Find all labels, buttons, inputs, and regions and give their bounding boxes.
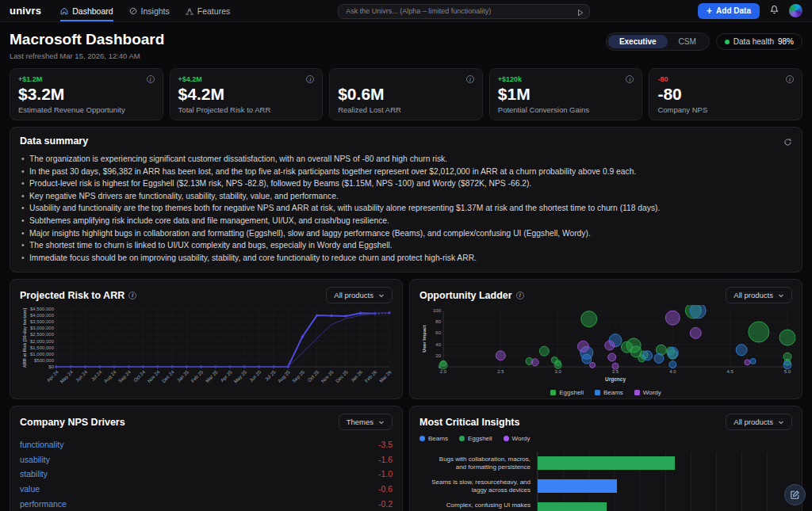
svg-text:Feb 25: Feb 25 (190, 369, 205, 383)
products-filter-dropdown[interactable]: All products (726, 287, 792, 303)
legend-dot-icon (459, 436, 465, 441)
projected-risk-title: Projected Risk to ARR (20, 290, 124, 301)
svg-text:Apr 25: Apr 25 (220, 369, 233, 383)
legend-label: Wordy (643, 389, 661, 396)
add-data-button[interactable]: Add Data (698, 3, 760, 19)
svg-text:4.0: 4.0 (669, 369, 676, 374)
legend-item-eggshell[interactable]: Eggshell (550, 389, 584, 396)
driver-label[interactable]: performance (20, 499, 67, 509)
nav-search-area (236, 2, 691, 19)
insight-bar-track (537, 452, 792, 475)
info-icon[interactable] (306, 75, 314, 83)
driver-label[interactable]: functionality (20, 440, 63, 449)
info-icon[interactable] (786, 75, 794, 83)
products-filter-dropdown[interactable]: All products (326, 287, 393, 303)
kpi-value: $0.6M (338, 85, 474, 103)
insight-bar[interactable] (538, 456, 675, 470)
kpi-card: $0.6MRealized Lost ARR (329, 68, 483, 120)
svg-text:Nov 24: Nov 24 (147, 369, 161, 383)
driver-row[interactable]: performance-0.2 (20, 497, 393, 511)
legend-item-eggshell[interactable]: Eggshell (459, 435, 492, 442)
search-submit-icon[interactable] (577, 6, 584, 20)
search-input[interactable] (338, 4, 590, 19)
svg-text:2.0: 2.0 (440, 369, 447, 374)
avatar[interactable] (789, 4, 802, 17)
insight-bar-track (537, 475, 792, 498)
legend-label: Eggshell (559, 389, 584, 396)
chevron-down-icon (778, 292, 784, 299)
driver-label[interactable]: usability (20, 455, 50, 464)
summary-bullet: Immediate focus should be on improving u… (20, 252, 792, 265)
view-toggle-executive[interactable]: Executive (608, 35, 668, 48)
driver-row[interactable]: value-0.6 (20, 482, 393, 497)
driver-row[interactable]: usability-1.6 (20, 452, 393, 467)
kpi-label: Estimated Revenue Opportunity (18, 105, 155, 114)
view-toggle-csm[interactable]: CSM (668, 35, 707, 48)
bell-icon[interactable] (769, 4, 779, 18)
info-icon[interactable] (128, 292, 136, 299)
insight-label: Complex, confusing UI makesadvanced feat… (419, 501, 537, 511)
svg-text:User Impact: User Impact (422, 326, 427, 353)
insight-bar-row: Complex, confusing UI makesadvanced feat… (419, 498, 792, 511)
svg-text:$0: $0 (48, 364, 54, 369)
refresh-icon[interactable] (783, 135, 792, 150)
svg-text:Jun 24: Jun 24 (75, 369, 88, 383)
svg-text:3.0: 3.0 (554, 369, 561, 374)
insight-bar-row: Bugs with collaboration, macros,and form… (419, 452, 792, 475)
nav-tab-dashboard[interactable]: Dashboard (60, 0, 113, 21)
critical-insights-title: Most Critical Insights (419, 417, 519, 428)
kpi-card: +$4.2M$4.2MTotal Projected Risk to ARR (170, 68, 324, 120)
legend-item-wordy[interactable]: Wordy (504, 435, 530, 442)
driver-row[interactable]: functionality-3.5 (20, 437, 393, 452)
health-dot-icon (725, 40, 730, 44)
driver-label[interactable]: value (20, 484, 40, 494)
nav-tab-label: Features (197, 6, 230, 16)
legend-dot-icon (419, 436, 425, 441)
svg-text:5.0: 5.0 (784, 369, 791, 374)
info-icon[interactable] (466, 75, 474, 83)
legend-swatch-icon (550, 390, 556, 395)
legend-item-beams[interactable]: Beams (419, 435, 448, 442)
nav-tab-insights[interactable]: Insights (129, 0, 170, 21)
edit-fab-button[interactable] (784, 484, 806, 505)
svg-text:3.5: 3.5 (612, 369, 619, 374)
insights-legend: BeamsEggshellWordy (419, 435, 792, 442)
svg-text:$1,000,000: $1,000,000 (30, 352, 55, 357)
driver-value: -3.5 (378, 440, 393, 449)
ladder-legend: EggshellBeamsWordy (419, 389, 792, 396)
legend-item-wordy[interactable]: Wordy (634, 389, 661, 396)
insight-bar[interactable] (538, 479, 617, 493)
summary-bullet: In the past 30 days, $96,382 in ARR has … (20, 166, 792, 178)
insights-bar-rows: Bugs with collaboration, macros,and form… (419, 452, 792, 511)
nps-driver-rows: functionality-3.5usability-1.6stability-… (20, 437, 393, 511)
svg-text:20: 20 (435, 353, 441, 358)
kpi-delta: +$4.2M (178, 75, 202, 83)
chevron-down-icon (778, 419, 784, 425)
kpi-value: -80 (657, 85, 794, 103)
info-icon[interactable] (147, 75, 155, 83)
svg-text:100: 100 (433, 308, 442, 313)
info-icon[interactable] (626, 75, 634, 83)
themes-filter-dropdown[interactable]: Themes (339, 414, 393, 430)
info-icon[interactable] (516, 292, 524, 299)
driver-row[interactable]: stability-1.0 (20, 467, 393, 482)
svg-text:$3,000,000: $3,000,000 (30, 326, 55, 331)
svg-text:Oct 24: Oct 24 (133, 369, 147, 383)
opportunity-ladder-title: Opportunity Ladder (419, 290, 512, 301)
svg-text:60: 60 (435, 331, 441, 336)
driver-value: -1.0 (378, 469, 393, 479)
nav-tab-features[interactable]: Features (186, 0, 230, 21)
legend-item-beams[interactable]: Beams (595, 389, 623, 396)
opportunity-ladder-card: Opportunity Ladder All products 02040608… (409, 279, 802, 399)
legend-label: Wordy (512, 435, 530, 442)
svg-text:$2,500,000: $2,500,000 (30, 333, 55, 337)
summary-bullets: The organization is experiencing signifi… (20, 153, 792, 264)
driver-label[interactable]: stability (20, 469, 48, 479)
svg-text:Jan 26: Jan 26 (350, 369, 363, 383)
products-filter-dropdown[interactable]: All products (726, 414, 792, 430)
summary-bullet: The shortest time to churn is linked to … (20, 239, 792, 252)
health-label: Data health (733, 37, 774, 46)
nav-tabs: DashboardInsightsFeatures (60, 0, 230, 21)
kpi-label: Potential Conversion Gains (498, 105, 634, 114)
insight-bar[interactable] (538, 502, 607, 511)
